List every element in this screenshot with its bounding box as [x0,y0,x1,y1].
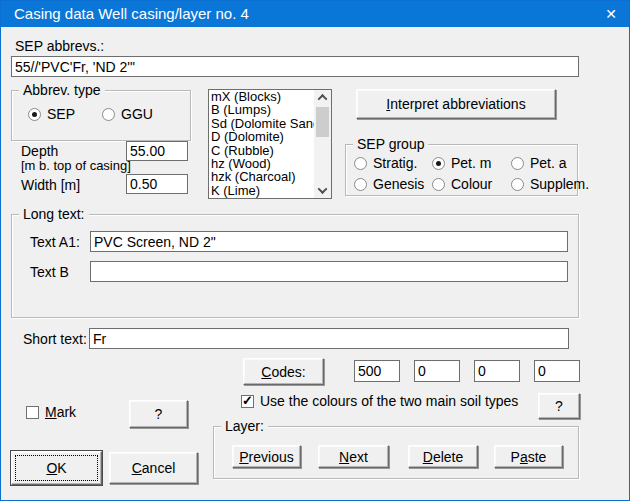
radio-genesis[interactable]: Genesis [354,176,424,192]
short-text-label: Short text: [23,331,87,347]
text-b-input[interactable] [90,261,568,282]
abbreviation-list-items: mX (Blocks) B (Lumps) Sd (Dolomite Sand)… [209,90,314,198]
list-item[interactable]: Sd (Dolomite Sand) [209,117,314,130]
sep-abbrevs-label: SEP abbrevs.: [15,38,104,54]
radio-stratig-label: Stratig. [373,155,417,171]
layer-group-label: Layer: [221,418,268,434]
interpret-abbreviations-label: Interpret abbreviations [386,96,525,112]
radio-pet-m-icon [432,157,445,170]
radio-supplem-label: Supplem. [530,176,589,192]
cancel-button-label: Cancel [132,460,176,476]
list-item[interactable]: hz (Wood) [209,157,314,170]
use-colours-checkbox-label: Use the colours of the two main soil typ… [260,393,518,409]
close-button[interactable]: ✕ [593,1,629,27]
next-button-label: Next [339,449,368,465]
depth-input[interactable] [126,141,188,161]
abbrev-type-group: Abbrev. type SEP GGU [11,90,191,141]
help-button-left[interactable]: ? [129,400,188,428]
scrollbar-thumb[interactable] [316,107,329,137]
radio-genesis-label: Genesis [373,176,424,192]
sep-abbrevs-input[interactable] [11,56,579,77]
layer-group: Layer: Previous Next Delete Paste [213,426,579,479]
titlebar[interactable]: Casing data Well casing/layer no. 4 ✕ [1,1,629,27]
depth-label: Depth [21,143,58,159]
scroll-up-button[interactable] [314,90,331,105]
radio-ggu-icon [102,108,115,121]
sep-group-label: SEP group [353,136,428,152]
list-item[interactable]: mX (Blocks) [209,90,314,103]
radio-sep-label: SEP [47,106,75,122]
radio-pet-a-icon [511,157,524,170]
previous-button[interactable]: Previous [232,445,301,468]
list-item[interactable]: B (Lumps) [209,103,314,116]
cancel-button[interactable]: Cancel [109,452,198,484]
code-input-2[interactable] [414,360,460,382]
codes-button-label: Codes: [261,364,305,380]
list-item[interactable]: D (Dolomite) [209,130,314,143]
ok-button[interactable]: OK [11,451,102,485]
mark-checkbox[interactable]: ✓ Mark [26,404,76,420]
list-item[interactable]: hzk (Charcoal) [209,170,314,183]
codes-button[interactable]: Codes: [243,358,324,385]
list-item[interactable]: K (Lime) [209,184,314,197]
text-b-label: Text B [30,264,69,280]
radio-colour-icon [432,178,445,191]
long-text-group: Long text: Text A1: Text B [11,214,579,318]
checkbox-icon: ✓ [26,406,39,419]
radio-supplem[interactable]: Supplem. [511,176,589,192]
previous-button-label: Previous [239,449,293,465]
help-button-right[interactable]: ? [538,393,580,419]
radio-pet-m[interactable]: Pet. m [432,155,491,171]
checkmark-icon: ✓ [242,394,253,408]
abbrev-type-group-label: Abbrev. type [19,82,105,98]
width-label: Width [m] [21,177,80,193]
close-icon: ✕ [605,6,617,22]
radio-pet-m-label: Pet. m [451,155,491,171]
delete-button[interactable]: Delete [408,445,478,468]
mark-checkbox-label: Mark [45,404,76,420]
chevron-up-icon [318,94,328,104]
list-item[interactable]: C (Rubble) [209,144,314,157]
radio-stratig[interactable]: Stratig. [354,155,417,171]
interpret-abbreviations-button[interactable]: Interpret abbreviations [356,89,556,119]
next-button[interactable]: Next [318,445,389,468]
scroll-down-button[interactable] [314,183,331,198]
radio-supplem-icon [511,178,524,191]
radio-pet-a[interactable]: Pet. a [511,155,567,171]
abbreviation-listbox[interactable]: mX (Blocks) B (Lumps) Sd (Dolomite Sand)… [208,89,332,199]
code-input-3[interactable] [474,360,520,382]
paste-button-label: Paste [511,449,547,465]
short-text-input[interactable] [89,328,569,349]
radio-sep-icon [28,108,41,121]
radio-ggu[interactable]: GGU [102,106,153,122]
help-button-left-label: ? [155,406,163,422]
paste-button[interactable]: Paste [494,445,563,468]
list-item[interactable]: Mk (Lime Marl) [209,197,314,198]
radio-colour-label: Colour [451,176,492,192]
casing-data-dialog: Casing data Well casing/layer no. 4 ✕ SE… [0,0,630,501]
help-button-right-label: ? [555,398,563,414]
chevron-down-icon [318,184,328,194]
text-a1-label: Text A1: [30,234,80,250]
radio-ggu-label: GGU [121,106,153,122]
delete-button-label: Delete [423,449,463,465]
window-title: Casing data Well casing/layer no. 4 [14,1,249,27]
list-scrollbar[interactable] [314,90,331,198]
radio-genesis-icon [354,178,367,191]
checkbox-icon: ✓ [241,395,254,408]
radio-pet-a-label: Pet. a [530,155,567,171]
radio-stratig-icon [354,157,367,170]
use-colours-checkbox[interactable]: ✓ Use the colours of the two main soil t… [241,393,518,409]
radio-colour[interactable]: Colour [432,176,492,192]
focus-rect [15,455,98,481]
sep-group: SEP group Stratig. Pet. m Pet. a Genesis… [345,144,578,196]
radio-sep[interactable]: SEP [28,106,75,122]
text-a1-input[interactable] [90,231,568,252]
depth-sublabel: [m b. top of casing] [21,158,131,174]
width-input[interactable] [126,174,188,194]
long-text-group-label: Long text: [19,206,89,222]
code-input-4[interactable] [534,360,580,382]
code-input-1[interactable] [354,360,400,382]
